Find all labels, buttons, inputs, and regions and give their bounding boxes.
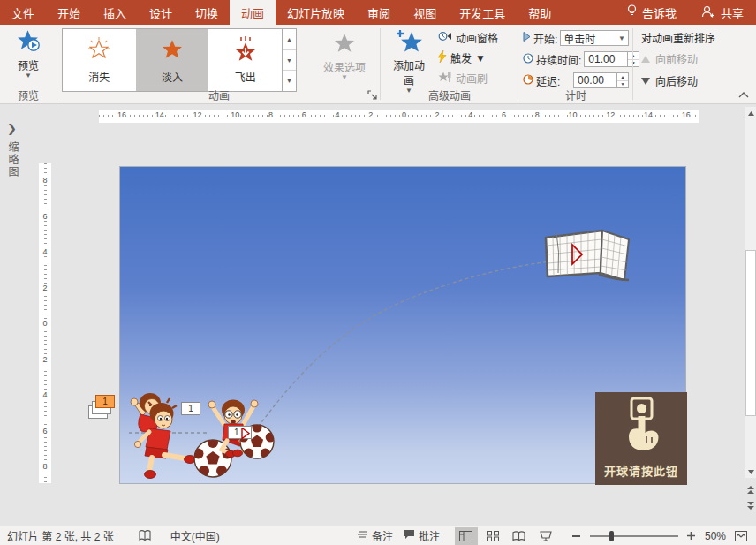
disappear-star-icon bbox=[86, 36, 112, 65]
effect-options-star-icon bbox=[332, 31, 357, 58]
scroll-down-button[interactable] bbox=[745, 466, 756, 478]
animation-dialog-launcher[interactable] bbox=[367, 90, 378, 101]
animation-badge-selected[interactable]: 1 bbox=[95, 395, 115, 408]
reorder-animation-title: 对动画重新排序 bbox=[641, 30, 744, 45]
zoom-slider-thumb[interactable] bbox=[609, 531, 614, 541]
language-indicator[interactable]: 中文(中国) bbox=[170, 528, 220, 543]
add-animation-star-icon bbox=[396, 29, 422, 57]
lightning-icon bbox=[438, 50, 447, 65]
share-person-icon bbox=[701, 5, 715, 20]
slide-number-indicator[interactable]: 幻灯片 第 2 张, 共 2 张 bbox=[7, 528, 114, 543]
fade-star-icon bbox=[159, 36, 185, 65]
animation-badge[interactable]: 1 bbox=[181, 402, 200, 415]
powerpoint-window: 文件 开始 插入 设计 切换 动画 幻灯片放映 审阅 视图 开发工具 帮助 告诉… bbox=[0, 0, 756, 545]
spellcheck-icon[interactable] bbox=[139, 530, 151, 541]
triangle-down-icon bbox=[641, 75, 650, 87]
chevron-down-icon: ▼ bbox=[618, 34, 625, 42]
vertical-ruler: 86 42 02 46 8 bbox=[39, 163, 51, 483]
previous-slide-button[interactable] bbox=[745, 483, 756, 496]
slide-canvas[interactable]: 1 1 1 开球请按此钮 bbox=[119, 166, 686, 484]
animation-fly-out[interactable]: 飞出 bbox=[208, 29, 282, 91]
tab-animations[interactable]: 动画 bbox=[230, 0, 276, 25]
duration-clock-icon bbox=[523, 53, 533, 66]
next-slide-button[interactable] bbox=[745, 499, 756, 511]
scroll-thumb[interactable] bbox=[745, 250, 756, 416]
start-play-icon bbox=[523, 32, 531, 44]
animation-pane-button[interactable]: 动画窗格 bbox=[436, 29, 500, 46]
expand-thumbnails-button[interactable]: ❯ bbox=[7, 122, 17, 135]
tab-home[interactable]: 开始 bbox=[46, 0, 92, 25]
thumbnails-pane-label: 缩略图 bbox=[5, 141, 20, 178]
chevron-down-icon: ▼ bbox=[25, 73, 32, 78]
delay-clock-icon bbox=[523, 74, 533, 87]
zoom-slider[interactable] bbox=[590, 535, 678, 537]
zoom-level-indicator[interactable]: 50% bbox=[705, 530, 726, 542]
ribbon-animations: 预览 ▼ 预览 消失 bbox=[0, 25, 756, 104]
start-dropdown[interactable]: 单击时 ▼ bbox=[560, 30, 629, 46]
comment-bubble-icon bbox=[403, 529, 415, 542]
chevron-down-icon: ▼ bbox=[475, 52, 486, 64]
workspace: ❯ 缩略图 1614 1210 86 42 02 46 810 1214 16 … bbox=[0, 104, 756, 526]
comments-button[interactable]: 批注 bbox=[403, 528, 440, 543]
gallery-scrollbar: ▲ ▼ ▼ bbox=[282, 29, 296, 91]
delay-label: 延迟: bbox=[536, 73, 560, 88]
group-label-animation: 动画 bbox=[58, 87, 380, 102]
kickoff-button-label: 开球请按此钮 bbox=[604, 462, 678, 479]
triangle-up-icon bbox=[641, 53, 650, 65]
gallery-scroll-down[interactable]: ▼ bbox=[283, 50, 296, 72]
tab-design[interactable]: 设计 bbox=[138, 0, 184, 25]
tab-file[interactable]: 文件 bbox=[0, 0, 46, 25]
goal-image bbox=[546, 231, 629, 280]
tell-me[interactable]: 告诉我 bbox=[615, 0, 689, 25]
group-label-advanced-animation: 高级动画 bbox=[382, 87, 518, 102]
duration-input[interactable]: 01.00 bbox=[584, 51, 628, 67]
tab-help[interactable]: 帮助 bbox=[517, 0, 563, 25]
reading-view-button[interactable] bbox=[508, 527, 531, 545]
delay-input[interactable]: 00.00 bbox=[573, 72, 617, 88]
group-label-timing: 计时 bbox=[519, 87, 632, 102]
zoom-in-button[interactable] bbox=[685, 527, 698, 545]
hand-press-icon bbox=[620, 397, 662, 455]
tab-transitions[interactable]: 切换 bbox=[184, 0, 230, 25]
lightbulb-icon bbox=[627, 4, 637, 20]
tab-slideshow[interactable]: 幻灯片放映 bbox=[276, 0, 356, 25]
fly-out-star-icon bbox=[232, 36, 259, 65]
share-button[interactable]: 共享 bbox=[689, 0, 756, 25]
normal-view-button[interactable] bbox=[455, 527, 478, 545]
horizontal-ruler: 1614 1210 86 42 02 46 810 1214 16 bbox=[99, 110, 699, 123]
preview-button[interactable]: 预览 ▼ bbox=[3, 25, 54, 79]
move-later-button[interactable]: 向后移动 bbox=[641, 73, 698, 88]
slide-sorter-view-button[interactable] bbox=[481, 527, 504, 545]
animation-painter-icon bbox=[438, 71, 452, 86]
collapse-ribbon-button[interactable] bbox=[738, 87, 749, 101]
animation-pane-icon bbox=[438, 30, 452, 45]
tab-insert[interactable]: 插入 bbox=[92, 0, 138, 25]
trigger-button[interactable]: 触发 ▼ bbox=[436, 49, 500, 66]
animation-badge-path-start[interactable]: 1 bbox=[228, 426, 252, 439]
duration-label: 持续时间: bbox=[536, 52, 581, 67]
vertical-scrollbar[interactable] bbox=[745, 104, 756, 526]
zoom-out-button[interactable] bbox=[571, 527, 583, 545]
notes-button[interactable]: 备注 bbox=[357, 528, 393, 543]
move-earlier-button[interactable]: 向前移动 bbox=[641, 51, 698, 66]
menu-bar: 文件 开始 插入 设计 切换 动画 幻灯片放映 审阅 视图 开发工具 帮助 告诉… bbox=[0, 0, 756, 25]
add-animation-button[interactable]: 添加动画 ▼ bbox=[383, 25, 435, 94]
gallery-scroll-up[interactable]: ▲ bbox=[283, 29, 296, 50]
tab-review[interactable]: 审阅 bbox=[356, 0, 402, 25]
notes-icon bbox=[357, 530, 368, 542]
fit-to-window-button[interactable] bbox=[733, 527, 749, 545]
scroll-up-button[interactable] bbox=[745, 107, 756, 119]
slideshow-view-button[interactable] bbox=[534, 527, 557, 545]
start-label: 开始: bbox=[533, 31, 557, 46]
path-start-marker bbox=[241, 428, 250, 443]
group-label-preview: 预览 bbox=[0, 87, 57, 102]
tab-view[interactable]: 视图 bbox=[402, 0, 448, 25]
animation-disappear[interactable]: 消失 bbox=[63, 29, 136, 91]
effect-options-button[interactable]: 效果选项 ▼ bbox=[313, 26, 376, 80]
animation-painter-button[interactable]: 动画刷 bbox=[436, 70, 500, 87]
animation-fade[interactable]: 淡入 bbox=[136, 29, 209, 91]
tab-developer[interactable]: 开发工具 bbox=[448, 0, 517, 25]
kickoff-trigger-button[interactable]: 开球请按此钮 bbox=[595, 392, 687, 485]
delay-spinner[interactable]: ▲▼ bbox=[617, 72, 629, 88]
preview-star-icon bbox=[16, 29, 41, 57]
